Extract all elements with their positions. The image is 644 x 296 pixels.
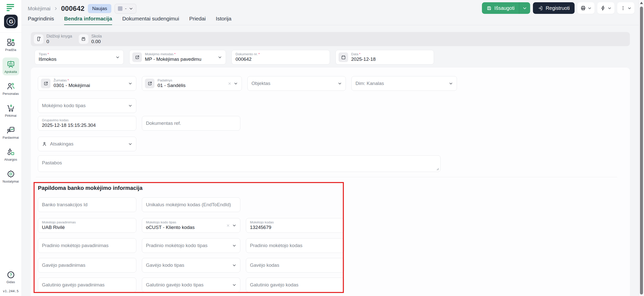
- external-link-icon[interactable]: [145, 79, 154, 88]
- register-icon: [538, 6, 543, 11]
- form-row-payment-code: Mokėjimo kodo tipas: [38, 98, 623, 113]
- breadcrumb: Mokėjimai 000642 Naujas -: [28, 3, 136, 14]
- field-tipas[interactable]: Tipas* Išmokos: [35, 50, 124, 65]
- resize-handle-icon[interactable]: [436, 168, 439, 170]
- chevron-down-icon[interactable]: [128, 81, 132, 85]
- field-dim-kanalas[interactable]: Dim: Kanalas: [351, 76, 457, 91]
- summary-ledger: Didžioji knyga 0: [34, 34, 72, 44]
- field-galutinio-gavejo-kodo-tipas[interactable]: Galutinio gavėjo kodo tipas: [142, 278, 240, 292]
- accounting-board-icon: [6, 60, 15, 69]
- field-grupavimo-kodas[interactable]: Grupavimo kodas 2025-12-18 15:15:25.304: [38, 116, 136, 131]
- field-moketojo-kodo-tipas[interactable]: Mokėtojo kodo tipas oCUST - Kliento koda…: [142, 218, 240, 233]
- chevron-down-icon[interactable]: [234, 81, 238, 85]
- field-moketojo-kodas[interactable]: Mokėtojo kodas 13245679: [246, 218, 344, 233]
- sidebar-item-pradzia[interactable]: Pradžia: [3, 36, 19, 53]
- field-banko-transakcijos-id[interactable]: Banko transakcijos Id: [38, 197, 136, 212]
- chevron-down-icon[interactable]: [338, 81, 342, 85]
- app-version: v1.244.5: [3, 289, 19, 293]
- field-mokejimo-kodo-tipas[interactable]: Mokėjimo kodo tipas: [38, 98, 136, 113]
- chevron-down-icon[interactable]: [232, 283, 236, 287]
- field-mokejimo-metodas[interactable]: Mokėjimo metodas* MP - Mokėjimas pavedim…: [129, 50, 226, 65]
- field-moketojo-pavadinimas[interactable]: Mokėtojo pavadinimas UAB Rivilė: [38, 218, 136, 233]
- debt-archive-icon: [79, 34, 88, 44]
- more-actions-button[interactable]: [617, 2, 634, 14]
- sidebar-item-nustatymai[interactable]: Nustatymai: [3, 167, 19, 185]
- tab-priedai[interactable]: Priedai: [189, 16, 205, 25]
- save-dropdown-toggle[interactable]: [519, 6, 530, 10]
- field-galutinio-gavejo-kodas[interactable]: Galutinio gavėjo kodas: [246, 278, 344, 292]
- sidebar-item-personalas[interactable]: Personalas: [3, 79, 19, 97]
- tab-pagrindinis[interactable]: Pagrindinis: [28, 16, 54, 25]
- breadcrumb-link[interactable]: Mokėjimai: [28, 6, 50, 12]
- svg-text:G: G: [9, 18, 13, 25]
- sidebar-item-apskaita[interactable]: Apskaita: [3, 57, 19, 75]
- clear-icon[interactable]: [226, 224, 230, 227]
- tab-dokumentai-sudengimui[interactable]: Dokumentai sudengimui: [122, 16, 179, 25]
- external-link-icon[interactable]: [41, 79, 50, 88]
- app-logo[interactable]: G: [4, 15, 18, 28]
- inventory-shapes-icon: [6, 147, 15, 157]
- field-gavejo-kodo-tipas[interactable]: Gavėjo kodo tipas: [142, 258, 240, 273]
- save-button[interactable]: Išsaugoti: [482, 2, 530, 14]
- chevron-down-icon[interactable]: [128, 142, 132, 146]
- status-badge: Naujas: [88, 4, 111, 13]
- chevron-down-icon[interactable]: [218, 55, 222, 59]
- chevron-down-icon[interactable]: [232, 223, 236, 227]
- field-zurnalas[interactable]: Žurnalas* 0301 - Mokėjimai: [38, 76, 136, 91]
- field-dokumentas-ref[interactable]: Dokumentas ref.: [142, 116, 240, 131]
- field-atsakingas[interactable]: Atsakingas: [38, 137, 136, 151]
- chevron-down-icon[interactable]: [116, 55, 120, 59]
- tab-istorija[interactable]: Istorija: [216, 16, 231, 25]
- field-galutinio-gavejo-pavadinimas[interactable]: Galutinio gavėjo pavadinimas: [38, 278, 136, 292]
- quick-actions-button[interactable]: [597, 2, 614, 14]
- question-mark-icon: ?: [7, 271, 15, 279]
- field-gavejo-pavadinimas[interactable]: Gavėjo pavadinimas: [38, 258, 136, 273]
- scrollbar-up-arrow[interactable]: [640, 2, 643, 4]
- lightning-icon: [600, 5, 606, 11]
- field-pradinio-moketojo-kodo-tipas[interactable]: Pradinio mokėtojo kodo tipas: [142, 238, 240, 253]
- sidebar: G Pradžia Aps: [0, 0, 22, 296]
- field-data[interactable]: Data* 2025-12-18: [336, 50, 434, 65]
- field-objektas[interactable]: Objektas: [247, 76, 346, 91]
- scrollbar-thumb[interactable]: [640, 7, 643, 294]
- sales-chart-person-icon: [6, 126, 15, 135]
- register-button[interactable]: Registruoti: [533, 2, 575, 14]
- tab-bendra-informacija[interactable]: Bendra informacija: [64, 16, 112, 25]
- chevron-down-icon: [588, 6, 591, 10]
- ledger-scroll-icon: [34, 34, 43, 44]
- chevron-down-icon[interactable]: [232, 263, 236, 267]
- form-card: Žurnalas* 0301 - Mokėjimai Padalinys 01 …: [31, 68, 630, 296]
- svg-text:?: ?: [10, 273, 12, 277]
- summary-bar: Didžioji knyga 0 Skola 0.00: [31, 32, 630, 46]
- field-unikalus-mokejimo-kodas[interactable]: Unikalus mokėjimo kodas (EndToEndId): [142, 197, 240, 212]
- chevron-right-icon: [54, 7, 58, 11]
- bank-row-2: Mokėtojo pavadinimas UAB Rivilė Mokėtojo…: [38, 218, 623, 233]
- calendar-icon[interactable]: [339, 52, 348, 62]
- field-pradinio-moketojo-kodas[interactable]: Pradinio mokėtojo kodas: [246, 238, 344, 253]
- sidebar-item-atsargos[interactable]: Atsargos: [3, 145, 19, 163]
- color-swatch: [118, 6, 122, 11]
- bank-row-3: Pradinio mokėtojo pavadinimas Pradinio m…: [38, 238, 623, 253]
- field-pradinio-moketojo-pavadinimas[interactable]: Pradinio mokėtojo pavadinimas: [38, 238, 136, 253]
- sidebar-item-pardavimai[interactable]: Pardavimai: [3, 123, 19, 141]
- page-title: 000642: [61, 5, 85, 13]
- chevron-down-icon[interactable]: [232, 244, 236, 248]
- external-link-icon[interactable]: [132, 52, 142, 62]
- menu-lines-logo-icon[interactable]: [7, 4, 15, 11]
- chevron-down-icon: [608, 6, 611, 10]
- scrollbar[interactable]: [639, 0, 644, 296]
- field-dokumento-nr[interactable]: Dokumento nr.* 000642: [231, 50, 330, 65]
- field-padalinys[interactable]: Padalinys 01 - Sandėlis: [142, 76, 242, 91]
- field-pastabos[interactable]: Pastabos: [38, 155, 441, 172]
- chevron-down-icon[interactable]: [128, 104, 132, 108]
- print-button[interactable]: [577, 2, 595, 14]
- chevron-down-icon[interactable]: [449, 81, 453, 85]
- help-button[interactable]: ? Gidas: [3, 268, 19, 286]
- chevron-down-icon: [523, 6, 527, 10]
- clear-icon[interactable]: [228, 82, 231, 85]
- field-gavejo-kodas[interactable]: Gavėjo kodas: [246, 258, 344, 273]
- sidebar-item-pirkimai[interactable]: Pirkimai: [3, 101, 19, 119]
- settings-gear-icon: [6, 169, 15, 179]
- variant-dropdown[interactable]: -: [115, 4, 136, 14]
- header-actions: Išsaugoti Registruoti: [482, 2, 634, 14]
